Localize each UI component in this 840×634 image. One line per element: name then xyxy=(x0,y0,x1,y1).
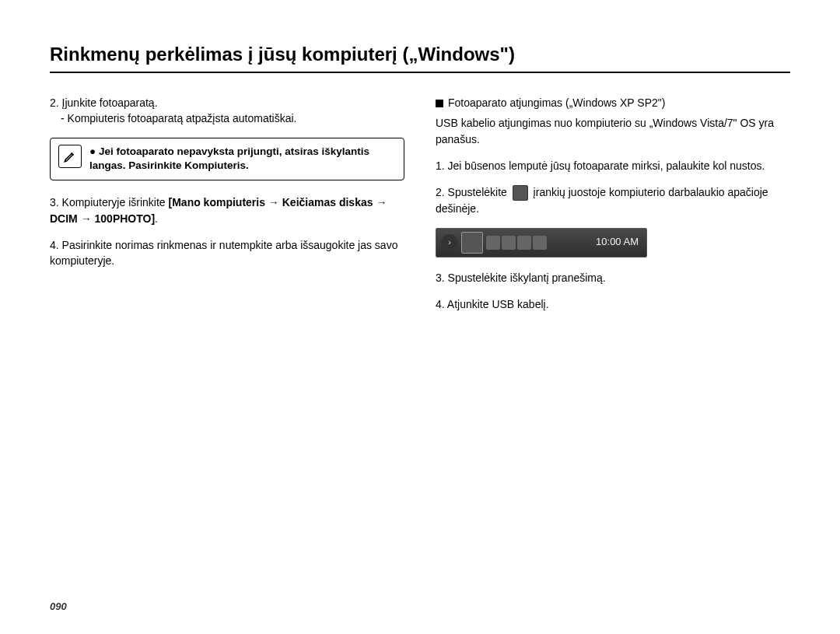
note-box: ● Jei fotoaparato nepavyksta prijungti, … xyxy=(50,138,404,181)
tray-icons-group xyxy=(486,236,547,250)
section-title: Fotoaparato atjungimas („Windows XP SP2"… xyxy=(448,95,665,110)
tray-icon xyxy=(486,236,500,250)
section-heading: Fotoaparato atjungimas („Windows XP SP2"… xyxy=(436,95,790,110)
page-number: 090 xyxy=(50,601,67,612)
tray-icon xyxy=(517,236,531,250)
note-part-b: Kompiuteris xyxy=(184,159,246,171)
step2-a: 2. Spustelėkite xyxy=(436,186,510,198)
step3-a: 3. Kompiuteryje išrinkite xyxy=(50,196,169,208)
right-step-2: 2. Spustelėkite įrankių juostoje kompiut… xyxy=(436,184,790,217)
step3-c: . xyxy=(155,212,158,225)
document-page: Rinkmenų perkėlimas į jūsų kompiuterį („… xyxy=(0,0,840,634)
bullet: ● xyxy=(89,145,96,157)
right-step-1: 1. Jei būsenos lemputė jūsų fotoaparate … xyxy=(436,158,790,173)
taskbar-clock: 10:00 AM xyxy=(596,235,639,250)
left-column: 2. Įjunkite fotoaparatą. - Kompiuteris f… xyxy=(50,95,404,323)
chevron-icon: › xyxy=(441,234,458,251)
pencil-note-icon xyxy=(58,145,82,168)
note-text: ● Jei fotoaparato nepavyksta prijungti, … xyxy=(89,145,396,174)
page-title: Rinkmenų perkėlimas į jūsų kompiuterį („… xyxy=(50,44,790,73)
square-bullet-icon xyxy=(436,100,443,107)
right-intro: USB kabelio atjungimas nuo kompiuterio s… xyxy=(436,115,790,147)
left-step-2: 2. Įjunkite fotoaparatą. - Kompiuteris f… xyxy=(50,95,404,127)
tray-icon xyxy=(533,236,547,250)
step-subtext: - Kompiuteris fotoaparatą atpažįsta auto… xyxy=(61,112,297,124)
taskbar-illustration: › 10:00 AM xyxy=(436,228,647,257)
step-text: 2. Įjunkite fotoaparatą. xyxy=(50,96,158,109)
note-part-c: . xyxy=(246,159,249,171)
right-step-3: 3. Spustelėkite iškylantį pranešimą. xyxy=(436,270,790,285)
content-columns: 2. Įjunkite fotoaparatą. - Kompiuteris f… xyxy=(50,95,790,323)
selected-tray-icon xyxy=(461,232,483,254)
left-step-3: 3. Kompiuteryje išrinkite [Mano kompiute… xyxy=(50,194,404,226)
tray-eject-icon xyxy=(513,185,528,201)
right-column: Fotoaparato atjungimas („Windows XP SP2"… xyxy=(436,95,790,323)
tray-icon xyxy=(502,236,516,250)
right-step-4: 4. Atjunkite USB kabelį. xyxy=(436,296,790,312)
left-step-4: 4. Pasirinkite norimas rinkmenas ir nute… xyxy=(50,237,404,269)
